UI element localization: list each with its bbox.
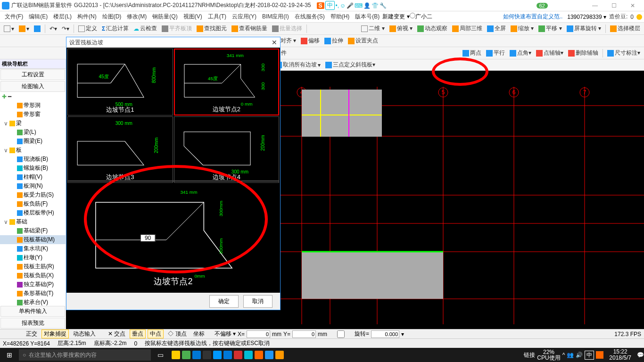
notification-badge[interactable]: 62 [537,3,548,8]
ime-shirt-icon[interactable]: 👕 [372,2,379,9]
open-button[interactable]: ▾ [17,25,31,32]
tree-txjc[interactable]: 条形基础(T) [0,289,66,298]
ime-kbd-icon[interactable]: ⌨ [355,2,363,9]
dimension-button[interactable]: 尺寸标注▾ [605,49,642,57]
screenrot-button[interactable]: 屏幕旋转 ▾ [565,25,603,33]
app7-icon[interactable] [265,351,273,359]
undo-button[interactable]: ↶▾ [48,25,59,32]
notification-center-icon[interactable]: 💬 [637,352,644,358]
local3d-button[interactable]: 局部三维 [450,25,484,33]
selectfloor-button[interactable]: 选择楼层 [608,25,642,33]
redo-button[interactable]: ↷▾ [60,25,71,32]
batchsel-button[interactable]: 批量选择 [270,25,304,33]
menu-online[interactable]: 在线服务(S) [292,13,328,21]
taskbar-clock[interactable]: 15:22 2018/5/7 [605,349,635,361]
tree-jichu[interactable]: ∨基础 [0,217,66,226]
findelem-button[interactable]: 查找图元 [195,25,229,33]
nav-btn-project[interactable]: 工程设置 [0,69,65,80]
tray-ime-icon[interactable] [596,351,603,359]
cancel-button[interactable]: 取消 [243,295,272,308]
menu-version[interactable]: 版本号(B) [352,13,382,21]
plus-icon[interactable]: ✚ [2,93,7,100]
dynobs-button[interactable]: 动态观察 [415,25,449,33]
ime-smile-icon[interactable]: ☺ [340,2,346,9]
start-button[interactable]: ⊞ [0,351,19,359]
taskview-button[interactable]: ▭ [151,351,170,359]
tree-dxc[interactable]: 带形窗 [0,110,66,119]
tree-bd[interactable]: 板洞(N) [0,181,66,190]
phone-button[interactable]: 13907298339 ▾ [567,14,606,20]
app3-icon[interactable] [203,351,211,359]
stretch-button[interactable]: 拉伸 [322,37,345,45]
menu-component[interactable]: 构件(N) [74,13,99,21]
dialog-header[interactable]: 设置筏板边坡 ✕ [66,37,280,48]
angle-input[interactable] [140,234,156,242]
app8-icon[interactable] [275,351,284,359]
ime-punct-icon[interactable]: •, [336,2,339,9]
menu-rebar[interactable]: 钢筋量(Q) [149,13,180,21]
menu-floor[interactable]: 楼层(L) [50,13,74,21]
sumcalc-button[interactable]: Σ汇总计算 [100,25,131,33]
ime-logo-icon[interactable]: S [317,2,324,9]
maximize-button[interactable]: ☐ [604,2,623,9]
slope-thumb-3[interactable]: 300 mm 200mm 边坡节点3 [67,116,173,183]
app2-icon[interactable] [182,351,190,359]
ime-bar[interactable]: S 中 •, ☺ 🎤 ⌨ 👤 👕 🔧 [317,1,387,10]
cancelslope-button[interactable]: 取消所有边坡▾ [273,61,322,69]
tree-liang[interactable]: ∨梁 [0,119,66,128]
nav-btn-draw[interactable]: 绘图输入 [0,81,65,92]
tree-ban[interactable]: ∨板 [0,146,66,155]
tray-people-icon[interactable]: 👥 [567,352,574,358]
expand-icon[interactable]: ∨ [4,120,8,127]
tree-fbjc[interactable]: 筏板基础(M) [0,235,66,244]
tree-xjb[interactable]: 现浇板(B) [0,155,66,164]
app6-icon[interactable] [255,351,263,359]
topview-button[interactable]: 俯视 ▾ [388,25,414,33]
delaux-button[interactable]: 删除辅轴 [566,49,600,57]
fullscreen-button[interactable]: 全屏 [485,25,508,33]
ime-lang-icon[interactable]: 中 [325,1,335,10]
tree-fbzj[interactable]: 筏板主筋(R) [0,262,66,271]
taskbar-search[interactable]: ○ 在这里输入你要搜索的内容 [19,349,151,361]
menu-help[interactable]: 帮助(H) [328,13,353,21]
auxpoint-button[interactable]: 点辅轴▾ [534,49,565,57]
menu-file[interactable]: 文件(F) [2,13,26,21]
ortho-toggle[interactable]: 正交 [24,329,40,338]
app4-icon[interactable] [234,351,242,359]
view2d-button[interactable]: 二维 ▾ [359,25,386,33]
user-button[interactable]: 广小二 [410,13,432,21]
define-button[interactable]: 定义 [76,25,99,33]
app5-icon[interactable] [244,351,253,359]
nav-btn-report[interactable]: 报表预览 [0,318,65,329]
new-change-button[interactable]: 新建变更 ▾ [382,13,409,21]
ime-mic-icon[interactable]: 🎤 [347,2,354,9]
edge-icon[interactable] [192,351,201,359]
windows-taskbar[interactable]: ⊞ ○ 在这里输入你要搜索的内容 ▭ 链接 22% CPU使用 ^ 👥 🔊 中 … [0,348,644,362]
pointangle-button[interactable]: 点角▾ [508,49,533,57]
save-button[interactable] [32,25,42,32]
slope-thumb-1[interactable]: 45度 500 mm 800mm 边坡节点1 [67,49,173,115]
tray-up-icon[interactable]: ^ [562,352,565,358]
ime-user-icon[interactable]: 👤 [363,2,371,9]
menu-bim[interactable]: BIM应用(I) [259,13,292,21]
tree-zct[interactable]: 桩承台(V) [0,298,66,305]
tree-zhm[interactable]: 柱帽(V) [0,173,66,181]
cpu-meter[interactable]: 22% CPU使用 [537,349,560,361]
tray-ime-lang[interactable]: 中 [585,351,594,360]
menu-cloud[interactable]: 云应用(Y) [229,13,259,21]
tree-jsk[interactable]: 集水坑(K) [0,244,66,253]
app1-icon[interactable] [172,351,180,359]
menu-tool[interactable]: 工具(T) [205,13,229,21]
menu-view[interactable]: 视图(V) [181,13,205,21]
dialog-close-button[interactable]: ✕ [272,39,277,46]
tray-link[interactable]: 链接 [524,351,535,359]
tree-lcbd[interactable]: 楼层板带(H) [0,208,66,217]
tree-liang-l[interactable]: 梁(L) [0,128,66,137]
tray-network-icon[interactable]: 🔊 [576,352,583,358]
ie-icon[interactable] [213,351,222,359]
zoom-button[interactable]: 缩放 ▾ [509,25,536,33]
menu-modify[interactable]: 修改(M) [124,13,149,21]
expand-icon[interactable]: ∨ [4,219,8,225]
menu-draw[interactable]: 绘图(D) [99,13,124,21]
viewrebar-button[interactable]: 查看钢筋量 [230,25,269,33]
